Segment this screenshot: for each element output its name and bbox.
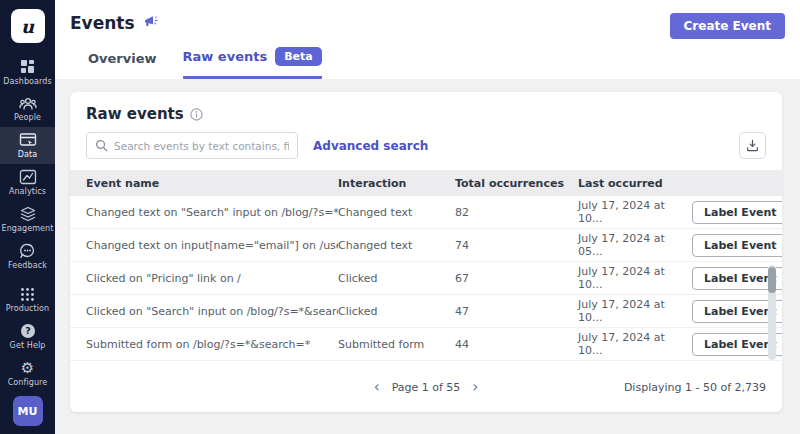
sidebar-item-get-help[interactable]: ? Get Help <box>0 318 55 355</box>
sidebar: u Dashboards People Data Analytics <box>0 0 55 434</box>
occurrences-cell: 74 <box>455 239 578 252</box>
column-header-last-occurred: Last occurred <box>578 177 692 190</box>
event-name-cell: Changed text on input[name="email"] on /… <box>86 239 338 252</box>
occurrences-cell: 67 <box>455 272 578 285</box>
main-area: Events Create Event Overview Raw events … <box>55 0 800 434</box>
tab-label: Raw events <box>183 49 268 64</box>
pagination: ‹ Page 1 of 55 › <box>372 380 481 395</box>
userpilot-logo[interactable]: u <box>11 9 45 43</box>
last-occurred-cell: July 17, 2024 at 10... <box>578 298 692 324</box>
interaction-cell: Changed text <box>338 239 455 252</box>
table-row[interactable]: Changed text on input[name="email"] on /… <box>70 229 782 262</box>
last-occurred-cell: July 17, 2024 at 10... <box>578 331 692 357</box>
sidebar-item-label: Configure <box>8 378 48 387</box>
displaying-count: Displaying 1 - 50 of 2,739 <box>624 381 782 394</box>
occurrences-cell: 44 <box>455 338 578 351</box>
create-event-button[interactable]: Create Event <box>670 13 785 39</box>
people-icon <box>19 96 37 111</box>
download-button[interactable] <box>739 132 766 159</box>
data-icon <box>19 132 37 148</box>
logo-container: u <box>0 0 55 53</box>
panel-title: Raw events <box>86 105 184 123</box>
sidebar-spacer <box>0 275 55 282</box>
column-header-event-name: Event name <box>86 177 338 190</box>
interaction-cell: Clicked <box>338 272 455 285</box>
sidebar-item-production[interactable]: Production <box>0 282 55 318</box>
sidebar-item-engagement[interactable]: Engagement <box>0 201 55 238</box>
table-footer: ‹ Page 1 of 55 › Displaying 1 - 50 of 2,… <box>70 363 782 412</box>
interaction-cell: Clicked <box>338 305 455 318</box>
event-name-cell: Clicked on "Search" input on /blog/?s=*&… <box>86 305 338 318</box>
interaction-cell: Submitted form <box>338 338 455 351</box>
sidebar-item-label: Data <box>18 150 38 159</box>
column-header-interaction: Interaction <box>338 177 455 190</box>
raw-events-panel: Raw events Advanced search <box>70 92 782 412</box>
content-area: Raw events Advanced search <box>55 79 800 434</box>
last-occurred-cell: July 17, 2024 at 10... <box>578 199 692 225</box>
engagement-icon <box>19 206 37 222</box>
gear-icon: ⚙ <box>21 360 34 376</box>
page-title: Events <box>70 13 135 33</box>
occurrences-cell: 47 <box>455 305 578 318</box>
label-event-button[interactable]: Label Event <box>692 201 782 224</box>
sidebar-item-label: People <box>14 113 41 122</box>
sidebar-item-label: Production <box>6 304 50 313</box>
search-box <box>86 132 298 159</box>
event-name-cell: Clicked on "Pricing" link on / <box>86 272 338 285</box>
sidebar-item-dashboards[interactable]: Dashboards <box>0 53 55 91</box>
sidebar-item-people[interactable]: People <box>0 91 55 127</box>
advanced-search-link[interactable]: Advanced search <box>313 139 428 153</box>
tab-overview[interactable]: Overview <box>88 51 157 79</box>
user-avatar[interactable]: MU <box>13 396 43 426</box>
search-input[interactable] <box>114 140 289 152</box>
app-window: u Dashboards People Data Analytics <box>0 0 800 434</box>
help-icon: ? <box>20 323 36 339</box>
sidebar-item-label: Dashboards <box>3 77 52 86</box>
feedback-icon <box>19 243 36 259</box>
tab-bar: Overview Raw events Beta <box>70 33 784 79</box>
table-toolbar: Advanced search <box>70 123 782 159</box>
production-icon <box>20 287 35 302</box>
page-indicator: Page 1 of 55 <box>392 381 461 394</box>
sidebar-item-feedback[interactable]: Feedback <box>0 238 55 275</box>
analytics-icon <box>19 169 37 185</box>
sidebar-item-analytics[interactable]: Analytics <box>0 164 55 201</box>
avatar-container: MU <box>0 392 55 434</box>
column-header-total-occurrences: Total occurrences <box>455 177 578 190</box>
label-event-button[interactable]: Label Event <box>692 234 782 257</box>
event-name-cell: Submitted form on /blog/?s=*&search=* <box>86 338 338 351</box>
sidebar-item-label: Feedback <box>8 261 47 270</box>
sidebar-item-data[interactable]: Data <box>0 127 55 164</box>
table-row[interactable]: Clicked on "Pricing" link on / Clicked 6… <box>70 262 782 295</box>
events-table: Event name Interaction Total occurrences… <box>70 170 782 361</box>
dashboards-icon <box>19 58 36 75</box>
table-row[interactable]: Changed text on "Search" input on /blog/… <box>70 196 782 229</box>
table-scrollbar[interactable] <box>768 265 776 360</box>
beta-badge: Beta <box>275 47 322 66</box>
chevron-right-icon[interactable]: › <box>470 380 480 395</box>
info-icon[interactable] <box>190 108 203 121</box>
tab-label: Overview <box>88 51 157 66</box>
sidebar-item-label: Engagement <box>1 224 53 233</box>
tab-raw-events[interactable]: Raw events Beta <box>183 47 322 79</box>
chevron-left-icon[interactable]: ‹ <box>372 380 382 395</box>
occurrences-cell: 82 <box>455 206 578 219</box>
event-name-cell: Changed text on "Search" input on /blog/… <box>86 206 338 219</box>
megaphone-icon <box>143 14 160 33</box>
table-row[interactable]: Submitted form on /blog/?s=*&search=* Su… <box>70 328 782 361</box>
last-occurred-cell: July 17, 2024 at 05... <box>578 232 692 258</box>
sidebar-item-label: Get Help <box>10 341 46 350</box>
sidebar-item-configure[interactable]: ⚙ Configure <box>0 355 55 392</box>
search-icon <box>95 139 108 152</box>
page-header: Events Create Event Overview Raw events … <box>55 0 800 79</box>
interaction-cell: Changed text <box>338 206 455 219</box>
table-row[interactable]: Clicked on "Search" input on /blog/?s=*&… <box>70 295 782 328</box>
table-header-row: Event name Interaction Total occurrences… <box>70 170 782 196</box>
scrollbar-thumb[interactable] <box>768 267 776 293</box>
last-occurred-cell: July 17, 2024 at 10... <box>578 265 692 291</box>
svg-text:?: ? <box>25 325 31 336</box>
sidebar-item-label: Analytics <box>9 187 46 196</box>
